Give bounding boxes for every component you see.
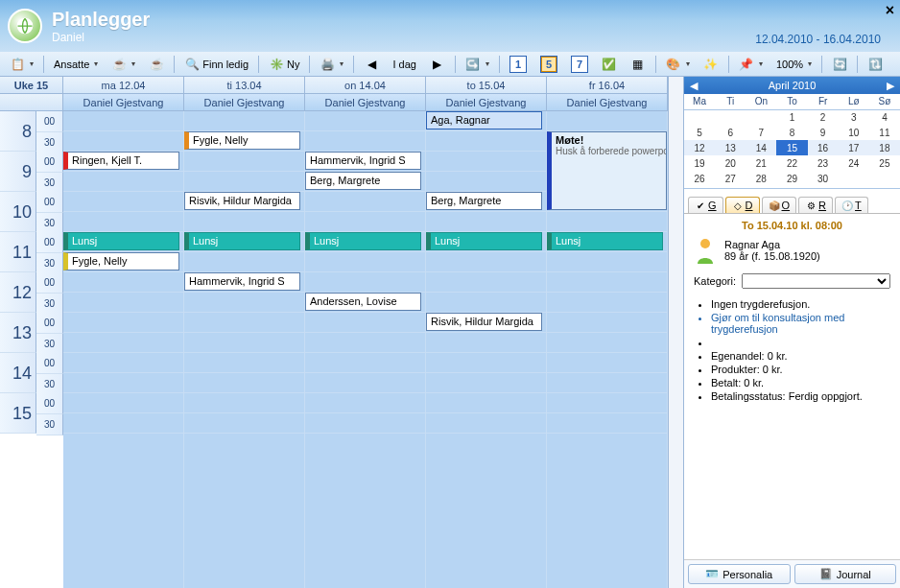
detail-link-convert[interactable]: Gjør om til konsultasjon med trygderefus… <box>711 312 890 335</box>
event-lunch[interactable]: Lunsj <box>184 232 300 250</box>
month-day[interactable]: 18 <box>869 140 900 155</box>
day-column[interactable]: Fygle, NellyRisvik, Hildur MargidaLunsjH… <box>184 111 305 588</box>
month-day[interactable]: 16 <box>808 140 839 155</box>
month-next-button[interactable]: ▶ <box>887 80 894 92</box>
event-appointment[interactable]: Fygle, Nelly <box>184 131 300 150</box>
idag-button[interactable]: I dag <box>387 54 421 75</box>
event-appointment[interactable]: Hammervik, Ingrid S <box>184 272 300 291</box>
resource-header[interactable]: Daniel Gjestvang <box>305 94 426 111</box>
month-day[interactable]: 14 <box>746 140 776 155</box>
journal-button[interactable]: 📓Journal <box>794 564 897 584</box>
month-day[interactable]: 4 <box>869 109 900 125</box>
tab-o[interactable]: 📦O <box>762 197 797 213</box>
month-day[interactable]: 26 <box>684 171 715 186</box>
event-appointment[interactable]: Berg, Margrete <box>426 192 542 210</box>
tab-t[interactable]: 🕑T <box>835 197 868 213</box>
event-appointment[interactable]: Risvik, Hildur Margida <box>184 192 300 210</box>
month-day[interactable]: 27 <box>715 171 746 186</box>
month-day[interactable]: 20 <box>715 155 746 171</box>
month-day[interactable]: 10 <box>839 125 869 140</box>
tab-g[interactable]: ✔G <box>688 197 723 213</box>
month-day[interactable]: 3 <box>839 109 869 125</box>
event-lunch[interactable]: Lunsj <box>305 232 421 250</box>
toolbar-coffee1[interactable]: ☕ <box>106 54 141 75</box>
month-day[interactable]: 5 <box>684 125 715 140</box>
view-7-button[interactable]: 7 <box>565 54 594 75</box>
finn-ledig-button[interactable]: 🔍Finn ledig <box>178 54 254 75</box>
personalia-button[interactable]: 🪪Personalia <box>688 564 791 584</box>
calendar-grid[interactable]: Ringen, Kjell T.LunsjFygle, NellyFygle, … <box>63 111 668 588</box>
month-day[interactable]: 13 <box>715 140 746 155</box>
sync-button[interactable]: 🔃 <box>862 54 888 75</box>
resource-header[interactable]: Daniel Gjestvang <box>63 94 184 111</box>
event-lunch[interactable]: Lunsj <box>63 232 179 250</box>
pin-button[interactable]: 📌 <box>733 54 769 75</box>
month-day[interactable]: 8 <box>776 125 807 140</box>
view-grid-button[interactable]: ▦ <box>625 54 651 75</box>
scrollbar[interactable] <box>668 111 683 588</box>
month-day[interactable]: 17 <box>839 140 869 155</box>
day-column[interactable]: Aga, RagnarBerg, MargreteLunsjRisvik, Hi… <box>426 111 547 588</box>
month-day[interactable]: 6 <box>715 125 746 140</box>
resource-header[interactable]: Daniel Gjestvang <box>426 94 547 111</box>
print-button[interactable]: 🖨️ <box>314 54 349 75</box>
toolbar-file-dropdown[interactable]: 📋 <box>4 54 39 75</box>
day-column[interactable]: LunsjMøte!Husk å forberede powerpoit pre… <box>547 111 668 588</box>
tab-r[interactable]: ⚙R <box>798 197 833 213</box>
month-day[interactable]: 9 <box>808 125 839 140</box>
resource-header[interactable]: Daniel Gjestvang <box>184 94 305 111</box>
zoom-dropdown[interactable]: 100% <box>770 54 817 75</box>
day-column[interactable]: Hammervik, Ingrid SBerg, MargreteLunsjAn… <box>305 111 426 588</box>
month-day[interactable]: 28 <box>746 171 776 186</box>
month-prev-button[interactable]: ◀ <box>690 80 698 92</box>
event-appointment[interactable]: Hammervik, Ingrid S <box>305 152 421 170</box>
month-title[interactable]: April 2010 <box>769 80 817 91</box>
month-day[interactable]: 12 <box>684 140 715 155</box>
toolbar-coffee2[interactable]: ☕ <box>143 54 170 75</box>
month-day[interactable]: 15 <box>776 140 807 155</box>
tab-d[interactable]: ◇D <box>725 197 760 213</box>
refresh-button[interactable]: 🔄 <box>826 54 853 75</box>
month-day[interactable]: 23 <box>808 155 839 171</box>
day-header[interactable]: on 14.04 <box>305 77 426 94</box>
month-day[interactable]: 29 <box>776 171 807 186</box>
wand-button[interactable]: ✨ <box>698 54 724 75</box>
event-appointment[interactable]: Risvik, Hildur Margida <box>426 313 542 331</box>
event-appointment[interactable]: Fygle, Nelly <box>63 252 179 270</box>
month-day[interactable]: 19 <box>684 155 715 171</box>
month-day[interactable]: 1 <box>776 109 807 125</box>
ny-button[interactable]: ✳️Ny <box>263 54 305 75</box>
day-header[interactable]: fr 16.04 <box>547 77 668 94</box>
event-appointment[interactable]: Ringen, Kjell T. <box>63 152 179 170</box>
goto-button[interactable]: ↪️ <box>460 54 495 75</box>
ansatte-dropdown[interactable]: Ansatte <box>48 54 104 75</box>
month-day[interactable]: 7 <box>746 125 776 140</box>
kategori-select[interactable] <box>742 273 890 289</box>
month-day[interactable]: 2 <box>808 109 839 125</box>
next-button[interactable]: ▶ <box>424 54 451 75</box>
month-day[interactable]: 30 <box>808 171 839 186</box>
close-icon[interactable]: × <box>886 2 894 19</box>
event-lunch[interactable]: Lunsj <box>426 232 542 250</box>
month-day[interactable]: 22 <box>776 155 807 171</box>
event-appointment[interactable]: Aga, Ragnar <box>426 111 542 129</box>
view-1-button[interactable]: 1 <box>504 54 533 75</box>
day-header[interactable]: ma 12.04 <box>63 77 184 94</box>
day-header[interactable]: to 15.04 <box>426 77 547 94</box>
prev-button[interactable]: ◀ <box>358 54 385 75</box>
event-appointment[interactable]: Anderssen, Lovise <box>305 293 421 311</box>
palette-button[interactable]: 🎨 <box>660 54 696 75</box>
view-5-button[interactable]: 5 <box>534 54 563 75</box>
event-appointment[interactable]: Berg, Margrete <box>305 172 421 190</box>
month-day[interactable]: 24 <box>839 155 869 171</box>
event-lunch[interactable]: Lunsj <box>547 232 663 250</box>
month-day[interactable]: 25 <box>869 155 900 171</box>
resource-header[interactable]: Daniel Gjestvang <box>547 94 668 111</box>
month-day[interactable]: 21 <box>746 155 776 171</box>
date-range[interactable]: 12.04.2010 - 16.04.2010 <box>755 33 881 46</box>
event-note[interactable]: Møte!Husk å forberede powerpoit presenta… <box>547 131 667 210</box>
day-column[interactable]: Ringen, Kjell T.LunsjFygle, Nelly <box>63 111 184 588</box>
view-checklist-button[interactable]: ✅ <box>596 54 623 75</box>
day-header[interactable]: ti 13.04 <box>184 77 305 94</box>
month-day[interactable]: 11 <box>869 125 900 140</box>
